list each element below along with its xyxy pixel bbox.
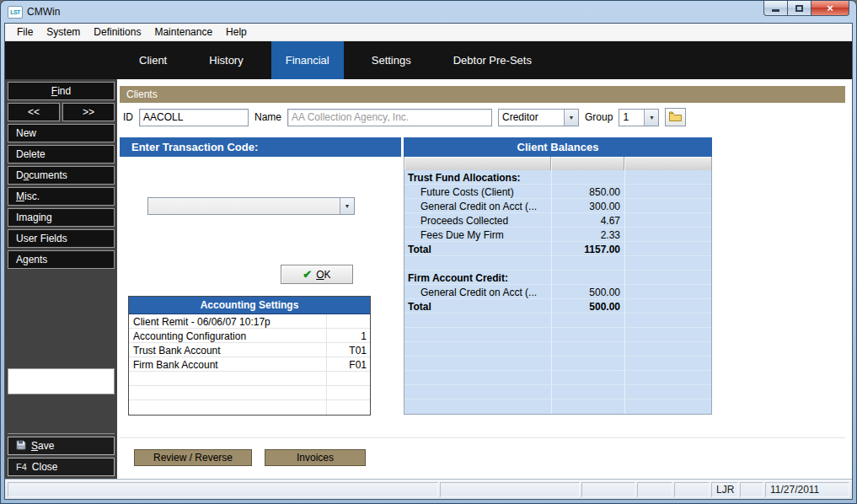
table-row-empty	[129, 400, 370, 415]
tab-settings[interactable]: Settings	[357, 41, 426, 79]
accounting-row-label: Trust Bank Account	[129, 343, 326, 357]
accounting-row-label: Client Remit - 06/06/07 10:17p	[129, 314, 326, 328]
tab-client[interactable]: Client	[125, 41, 181, 79]
balance-row: Firm Account Credit:	[404, 271, 711, 285]
documents-button[interactable]: Documents	[8, 166, 115, 185]
transaction-panel-header: Enter Transaction Code:	[120, 137, 401, 157]
table-row-empty	[129, 372, 370, 386]
imaging-button[interactable]: Imaging	[8, 208, 115, 227]
menu-file[interactable]: File	[10, 24, 40, 40]
titlebar[interactable]: LST CMWin ×	[4, 1, 853, 23]
accounting-row-label: Firm Bank Account	[129, 357, 326, 371]
accounting-row-value: T01	[326, 343, 370, 357]
menu-definitions[interactable]: Definitions	[87, 24, 147, 40]
client-balances-panel: Client Balances Trust Fund Allocations:	[404, 137, 712, 415]
window-title: CMWin	[27, 6, 60, 18]
save-icon	[16, 440, 26, 453]
balance-row: Trust Fund Allocations:	[404, 170, 711, 185]
accounting-settings-header: Accounting Settings	[129, 297, 370, 314]
group-value: 1	[619, 110, 644, 126]
tab-debtor-pre-sets[interactable]: Debtor Pre-Sets	[439, 41, 546, 79]
table-row: Accounting Configuration 1	[129, 329, 370, 343]
statusbar-user: LJR	[711, 482, 738, 497]
statusbar-segment	[440, 482, 580, 497]
balance-row-empty	[404, 314, 711, 328]
statusbar-segment	[740, 482, 763, 497]
close-window-button[interactable]: ×	[811, 1, 849, 16]
balance-row-empty	[404, 342, 711, 357]
table-row: Client Remit - 06/06/07 10:17p	[129, 314, 370, 329]
statusbar-date: 11/27/2011	[765, 482, 849, 497]
maximize-button[interactable]	[788, 1, 811, 16]
app-logo-text: LST	[10, 9, 20, 15]
column-header-cell	[551, 157, 624, 170]
close-f4-button[interactable]: F4 Close	[8, 458, 115, 476]
find-button[interactable]: Find	[8, 82, 115, 100]
client-name-input[interactable]	[287, 109, 492, 126]
chevron-down-icon[interactable]: ▼	[564, 110, 578, 126]
balance-row-empty	[404, 328, 711, 342]
app-window: LST CMWin × File System Definitions Main…	[0, 0, 857, 504]
transaction-code-select[interactable]: ▼	[147, 197, 355, 215]
clients-header-label: Clients	[126, 88, 158, 100]
delete-button[interactable]: Delete	[8, 145, 115, 164]
group-label: Group	[585, 111, 613, 123]
clients-section-header: Clients	[120, 86, 845, 103]
titlebar-left: LST CMWin	[4, 1, 60, 23]
menubar: File System Definitions Maintenance Help	[5, 24, 852, 41]
save-button[interactable]: Save	[8, 437, 115, 455]
balance-row-empty	[404, 399, 711, 414]
minimize-button[interactable]	[763, 1, 788, 16]
accounting-row-value: 1	[326, 329, 370, 342]
client-type-select[interactable]: Creditor ▼	[498, 109, 579, 126]
close-function-key: F4	[16, 462, 27, 472]
new-button[interactable]: New	[8, 124, 115, 142]
client-balances-table: Trust Fund Allocations: Future Costs (Cl…	[404, 157, 712, 415]
user-fields-button[interactable]: User Fields	[8, 229, 115, 248]
app-logo-icon: LST	[8, 6, 23, 19]
balance-row	[404, 256, 711, 271]
accounting-settings-table: Accounting Settings Client Remit - 06/06…	[128, 296, 371, 416]
menu-help[interactable]: Help	[219, 24, 254, 40]
balance-row: Total 500.00	[404, 299, 711, 314]
close-label: Close	[32, 461, 58, 473]
misc-button[interactable]: Misc.	[8, 187, 115, 206]
transaction-panel: Enter Transaction Code: ▼ ✔ OK Accountin…	[120, 137, 401, 416]
check-icon: ✔	[303, 269, 312, 280]
sidebar: Find << >> New Delete Documents Misc. Im…	[5, 79, 117, 479]
agents-button[interactable]: Agents	[8, 250, 115, 269]
window-controls: ×	[763, 1, 849, 16]
chevron-down-icon[interactable]: ▼	[644, 110, 658, 126]
sidebar-spacer	[8, 271, 115, 366]
ok-button[interactable]: ✔ OK	[281, 265, 353, 284]
balance-row-empty	[404, 357, 711, 371]
balance-row-empty	[404, 385, 711, 399]
sidebar-spacer-2	[8, 397, 115, 431]
add-group-button[interactable]	[665, 108, 686, 126]
balances-column-header	[404, 157, 711, 170]
table-row-empty	[129, 386, 370, 400]
invoices-button[interactable]: Invoices	[265, 449, 366, 466]
tab-financial[interactable]: Financial	[271, 41, 344, 79]
panels: Enter Transaction Code: ▼ ✔ OK Accountin…	[120, 137, 845, 416]
review-reverse-button[interactable]: Review / Reverse	[134, 449, 252, 466]
menu-system[interactable]: System	[40, 24, 87, 40]
client-id-input[interactable]	[139, 109, 249, 126]
window-client-area: File System Definitions Maintenance Help…	[4, 23, 853, 500]
balance-row: Total 1157.00	[404, 242, 711, 256]
tabbar: Client History Financial Settings Debtor…	[5, 41, 852, 79]
menu-maintenance[interactable]: Maintenance	[147, 24, 219, 40]
group-select[interactable]: 1 ▼	[619, 109, 659, 126]
content-divider	[120, 437, 845, 438]
balance-row: Fees Due My Firm 2.33	[404, 228, 711, 242]
next-record-button[interactable]: >>	[62, 103, 115, 121]
accounting-row-label: Accounting Configuration	[129, 329, 326, 342]
statusbar-segment	[581, 482, 635, 497]
tab-history[interactable]: History	[195, 41, 257, 79]
balance-row: General Credit on Acct (... 300.00	[404, 199, 711, 213]
balance-row: General Credit on Acct (... 500.00	[404, 285, 711, 299]
prev-record-button[interactable]: <<	[8, 103, 60, 121]
record-nav: << >>	[8, 103, 115, 121]
chevron-down-icon[interactable]: ▼	[340, 198, 354, 214]
balance-row-empty	[404, 371, 711, 385]
